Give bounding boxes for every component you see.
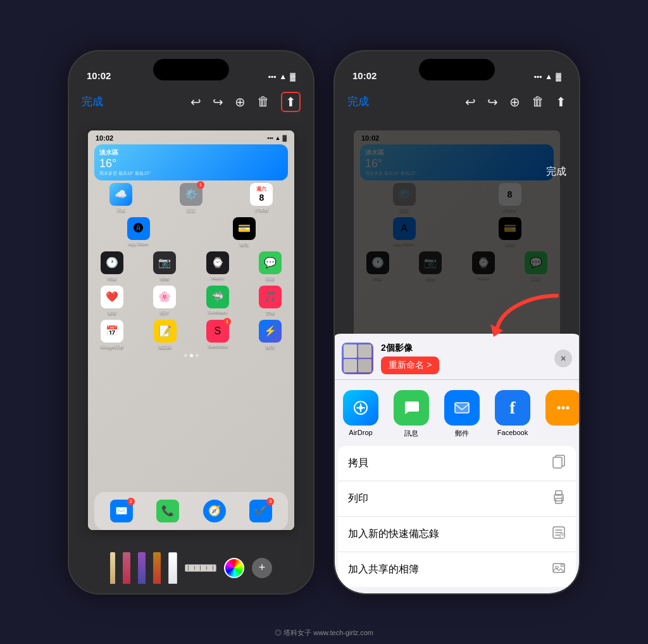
location-icon-left[interactable]: ⊕ — [235, 94, 246, 110]
album-svg — [552, 561, 566, 575]
mini-icon-settings: ⚙️1 — [180, 183, 202, 206]
mini-icon-wallet: 💳 — [233, 217, 256, 240]
dock-reminders: ✔️3 — [249, 500, 272, 522]
right-label-appstore: App Store — [394, 241, 414, 246]
mini-signal-left: ▪▪▪ — [267, 135, 273, 141]
dock-mail: ✉️2 — [110, 500, 133, 522]
right-icon-wallet: 💳 — [499, 217, 521, 240]
action-copy[interactable]: 拷貝 — [338, 446, 576, 481]
right-icon-calendar: 8 — [499, 183, 521, 206]
mini-app-messages: 💬 訊息 — [259, 251, 282, 282]
mini-label-photos: 照片 — [160, 310, 169, 316]
right-done-overlay: 完成 — [546, 165, 566, 179]
share-app-messages[interactable]: 訊息 — [392, 390, 430, 438]
undo-icon-right[interactable]: ↩ — [465, 94, 476, 110]
messages-icon — [394, 390, 429, 426]
done-button-right[interactable]: 完成 — [347, 94, 369, 109]
rename-label: 重新命名 > — [389, 360, 432, 371]
share-app-facebook[interactable]: f Facebook — [494, 390, 532, 438]
delete-icon-left[interactable]: 🗑 — [257, 94, 270, 109]
preview-cell-1 — [344, 344, 357, 358]
undo-icon-left[interactable]: ↩ — [190, 94, 201, 110]
action-quick-note[interactable]: 加入新的快速備忘錄 — [338, 517, 576, 552]
right-mini-appstore: A App Store — [393, 217, 416, 248]
right-signal-icon: ▪▪▪ — [534, 72, 542, 81]
share-preview-thumbnails — [342, 343, 373, 374]
right-label-camera: 相機 — [426, 275, 435, 282]
mini-app-notes: 📝 備忘錄 — [154, 320, 177, 350]
marker-tool-red[interactable] — [153, 552, 161, 584]
right-mini-status: 10:02 — [354, 130, 560, 144]
mail-icon — [444, 390, 480, 426]
share-icon-right[interactable]: ⬆ — [556, 94, 566, 110]
right-phone: 10:02 ▪▪▪ ▲ ▓ 完成 ↩ ↪ ⊕ 🗑 ⬆ — [333, 50, 580, 595]
mini-app-calendar: 週六 8 行事曆 — [250, 183, 273, 213]
mini-app-watch: ⌚ Watch — [206, 251, 229, 282]
right-icon-messages: 💬 — [525, 251, 547, 274]
right-app-row-2: A App Store 💳 錢包 — [354, 217, 560, 248]
more-icon — [545, 390, 579, 426]
watermark: ◎ 塔科女子 www.tech-girlz.com — [275, 628, 373, 638]
color-picker[interactable] — [224, 558, 244, 578]
mini-label-watch: Watch — [211, 275, 224, 280]
eraser-tool[interactable] — [168, 552, 177, 584]
left-status-icons: ▪▪▪ ▲ ▓ — [268, 72, 296, 81]
share-sheet: 2個影像 重新命名 > × — [335, 334, 579, 593]
right-icon-settings: ⚙️ — [393, 183, 416, 206]
dock-icon-safari: 🧭 — [203, 500, 226, 522]
mini-icon-photos: 🌸 — [153, 286, 176, 308]
mini-app-shortcuts: ⚡ 捷徑 — [259, 320, 282, 350]
right-phone-screen: 10:02 ▪▪▪ ▲ ▓ 完成 ↩ ↪ ⊕ 🗑 ⬆ — [335, 51, 579, 593]
messages-svg — [402, 399, 420, 417]
location-icon-right[interactable]: ⊕ — [509, 94, 520, 110]
share-count: 2個影像 — [381, 343, 547, 354]
mail-svg — [453, 399, 471, 417]
action-copy-label: 拷貝 — [348, 457, 368, 470]
done-button-left[interactable]: 完成 — [82, 94, 103, 109]
mini-icon-camera: 📷 — [153, 251, 176, 274]
delete-icon-right[interactable]: 🗑 — [532, 94, 544, 109]
mini-status-icons-left: ▪▪▪ ▲ ▓ — [267, 135, 287, 141]
mini-app-appstore: 🅐 App Store — [127, 217, 150, 248]
weather-desc: 周末多雲 最高19° 最低15° — [99, 170, 283, 177]
svg-point-7 — [566, 406, 570, 409]
redo-icon-right[interactable]: ↪ — [487, 94, 498, 110]
mini-app-clock: 🕐 時鐘 — [101, 251, 123, 282]
share-icon-left[interactable]: ⬆ — [281, 92, 301, 112]
ruler-tool[interactable] — [185, 564, 216, 572]
marker-tool-pink[interactable] — [123, 552, 130, 584]
svg-rect-9 — [553, 457, 562, 468]
mail-label: 郵件 — [455, 429, 469, 438]
right-battery-icon: ▓ — [556, 72, 561, 81]
share-app-airdrop[interactable]: AirDrop — [342, 390, 380, 438]
share-app-more[interactable] — [544, 390, 579, 438]
mini-icon-music: 🎵 — [259, 286, 282, 308]
right-mini-watch: ⌚ Watch — [472, 251, 495, 282]
share-close-button[interactable]: × — [554, 350, 572, 367]
svg-point-5 — [558, 406, 561, 409]
svg-rect-3 — [455, 403, 469, 413]
action-print[interactable]: 列印 — [338, 481, 576, 517]
redo-icon-left[interactable]: ↪ — [213, 94, 223, 110]
svg-point-2 — [359, 406, 363, 410]
pencil-tool[interactable] — [110, 552, 115, 584]
right-icon-clock: 🕐 — [366, 251, 389, 274]
marker-tool-purple[interactable] — [138, 552, 146, 584]
mini-app-weather: ☁️ 天氣 — [109, 183, 132, 213]
left-mini-screen: 10:02 ▪▪▪ ▲ ▓ 淡水區 16° 周末多雲 最高19° 最低15° — [88, 130, 294, 530]
dock-safari: 🧭 — [203, 500, 226, 522]
airdrop-label: AirDrop — [349, 429, 372, 436]
right-status-time: 10:02 — [352, 70, 377, 81]
right-label-clock: 時鐘 — [373, 275, 382, 282]
rename-button[interactable]: 重新命名 > — [381, 357, 439, 374]
add-tool-button[interactable]: + — [252, 558, 272, 578]
action-shared-album[interactable]: 加入共享的相簿 — [338, 552, 576, 587]
mini-icon-gcal: 📅 — [101, 320, 123, 343]
wifi-icon: ▲ — [279, 72, 287, 81]
mini-icon-calendar: 週六 8 — [250, 183, 273, 206]
share-app-mail[interactable]: 郵件 — [443, 390, 481, 438]
mini-label-shortcuts: 捷徑 — [266, 344, 275, 350]
right-label-calendar: 行事曆 — [503, 207, 516, 213]
right-label-settings: 設定 — [400, 207, 409, 213]
mini-icon-shortcuts: ⚡ — [259, 320, 282, 343]
